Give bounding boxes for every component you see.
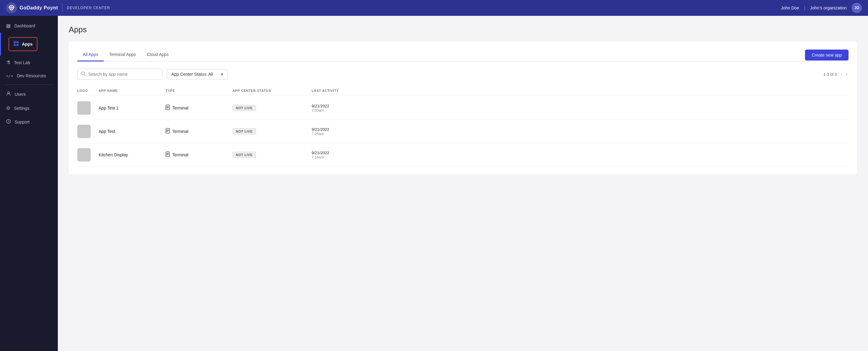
activity-time: 7:33am [312,108,848,113]
settings-icon: ⚙ [6,105,10,111]
apps-highlight: Apps [8,37,37,51]
top-navigation: GoDaddy Poynt DEVELOPER CENTER John Doe … [0,0,868,16]
sidebar-item-settings[interactable]: ⚙ Settings [0,101,58,115]
app-name-cell: Kitchen Display [99,152,165,157]
svg-rect-13 [166,106,169,107]
app-type-cell: Terminal [165,105,232,111]
org-name[interactable]: John's organization [810,5,847,10]
sidebar-item-support[interactable]: ? Support [0,115,58,129]
test-lab-icon: ⚗ [6,60,10,65]
table-row[interactable]: App Test 1 Terminal NOT LIVE 9/21/2022 7… [77,96,848,120]
pagination-info: 1-3 of 3 ‹ › [823,71,848,77]
activity-time: 7:16am [312,155,848,159]
sidebar: ▦ Dashboard Apps ⚗ Test Lab [0,16,58,351]
svg-rect-15 [166,108,168,108]
sidebar-item-users[interactable]: Users [0,87,58,101]
sidebar-apps-label: Apps [22,42,33,46]
chevron-down-icon: ▾ [221,72,223,77]
svg-rect-18 [166,130,169,131]
status-badge: NOT LIVE [232,128,256,134]
svg-rect-23 [166,155,168,155]
app-activity-cell: 9/21/2022 7:26am [312,127,848,136]
logo-area[interactable]: GoDaddy Poynt [6,2,58,13]
apps-icon [13,41,19,47]
svg-rect-21 [166,153,169,154]
filters-row: App Center Status: All ▾ 1-3 of 3 ‹ › [77,69,848,80]
sidebar-item-label: Test Lab [14,60,30,65]
sidebar-item-label: Support [14,120,30,124]
svg-point-2 [11,8,12,9]
table-row[interactable]: App Test Terminal NOT LIVE 9/21/2022 7:2… [77,120,848,143]
page-navigation: ‹ › [839,71,848,77]
tab-cloud-apps[interactable]: Cloud Apps [142,49,175,61]
avatar[interactable]: JO [851,3,862,13]
app-status-cell: NOT LIVE [232,105,312,111]
svg-rect-5 [14,44,16,46]
pagination-text: 1-3 of 3 [823,72,837,77]
activity-date: 9/21/2022 [312,151,848,155]
app-activity-cell: 9/21/2022 7:33am [312,104,848,113]
sidebar-item-label: Users [14,92,26,97]
svg-rect-14 [166,107,169,108]
prev-page-button[interactable]: ‹ [839,71,843,77]
dev-resources-icon: </> [6,74,13,78]
activity-time: 7:26am [312,132,848,136]
tabs-row: All Apps Terminal Apps Cloud Apps Create… [77,49,848,61]
sidebar-item-apps[interactable]: Apps [0,33,58,56]
svg-rect-4 [17,41,19,43]
tabs: All Apps Terminal Apps Cloud Apps [77,49,174,61]
topnav-right: John Doe | John's organization JO [781,3,862,13]
app-name-cell: App Test 1 [99,105,165,110]
status-badge: NOT LIVE [232,152,256,158]
col-header-type: TYPE [165,89,232,92]
support-icon: ? [6,119,11,125]
col-header-app-name: APP NAME [99,89,165,92]
svg-rect-19 [166,131,168,132]
tab-terminal-apps[interactable]: Terminal Apps [104,49,142,61]
app-logo [77,148,99,161]
status-filter-dropdown[interactable]: App Center Status: All ▾ [167,69,228,79]
activity-date: 9/21/2022 [312,127,848,132]
terminal-icon [165,105,170,111]
sidebar-item-label: Settings [14,106,30,111]
activity-date: 9/21/2022 [312,104,848,108]
svg-text:?: ? [8,120,9,123]
search-box[interactable] [77,69,162,80]
topnav-left: GoDaddy Poynt DEVELOPER CENTER [6,2,110,13]
svg-point-7 [8,92,9,94]
sidebar-item-dashboard[interactable]: ▦ Dashboard [0,19,58,33]
dev-center-label: DEVELOPER CENTER [67,6,110,10]
svg-rect-6 [17,44,19,46]
sidebar-item-test-lab[interactable]: ⚗ Test Lab [0,56,58,69]
app-logo [77,101,99,115]
app-activity-cell: 9/21/2022 7:16am [312,151,848,159]
table-row[interactable]: Kitchen Display Terminal NOT LIVE 9/21/2… [77,143,848,167]
status-filter-label: App Center Status: All [172,72,213,77]
users-icon [6,91,11,97]
app-status-cell: NOT LIVE [232,152,312,158]
create-new-app-button[interactable]: Create new app [805,50,848,61]
app-status-cell: NOT LIVE [232,128,312,134]
app-logo [77,125,99,138]
app-type-cell: Terminal [165,152,232,158]
app-type-cell: Terminal [165,128,232,135]
svg-rect-22 [166,154,169,155]
nav-divider [62,4,63,12]
type-text: Terminal [172,105,188,110]
search-icon [81,71,86,77]
app-name-cell: App Test [99,129,165,134]
next-page-button[interactable]: › [844,71,848,77]
page-title: Apps [69,25,857,34]
table-header: LOGO APP NAME TYPE APP CENTER STATUS LAS… [77,86,848,95]
type-text: Terminal [172,129,188,134]
main-content: Apps All Apps Terminal Apps Cloud Apps C… [58,16,868,351]
sidebar-item-dev-resources[interactable]: </> Dev Resources [0,69,58,82]
tab-all-apps[interactable]: All Apps [77,49,104,61]
search-input[interactable] [88,72,159,77]
status-badge: NOT LIVE [232,105,256,111]
logo-text: GoDaddy Poynt [20,5,58,11]
terminal-icon [165,128,170,135]
sidebar-divider [5,85,53,85]
col-header-logo: LOGO [77,89,99,92]
active-indicator [0,33,1,56]
